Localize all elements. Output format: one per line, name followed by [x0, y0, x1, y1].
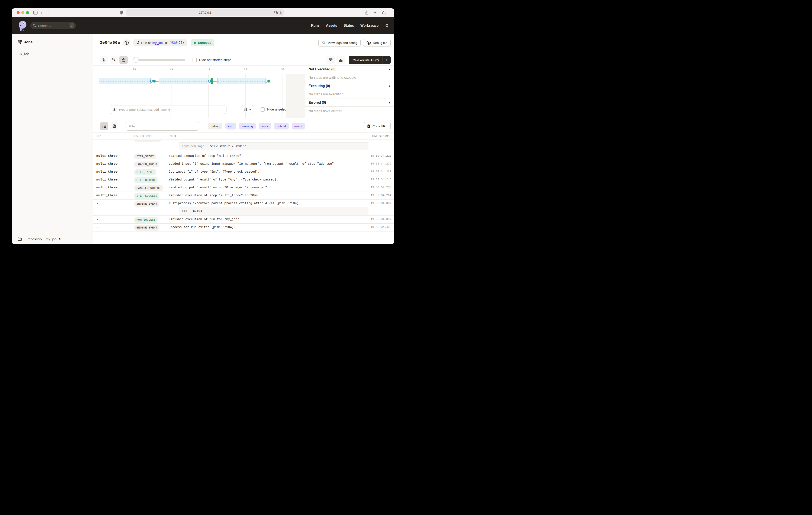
sidebar-toggle-icon[interactable] [33, 8, 37, 17]
info-text: Yielded output "result" of type "Any". (… [169, 178, 369, 181]
status-section-header[interactable]: Errored (0)▾ [305, 99, 394, 107]
stdout-view-button[interactable] [110, 122, 118, 130]
download-circle-icon [367, 40, 371, 45]
timestamp-cell: 19:50:34.213 [369, 152, 394, 160]
axis-tick-label: 5s [281, 67, 284, 71]
log-table-body[interactable]: multi_threeLOGS_CAPTUREDStarted capturin… [93, 140, 394, 244]
status-section-title: Errored (0) [309, 101, 326, 105]
url-text: 127.0.0.1 [199, 11, 211, 14]
share-icon[interactable] [365, 8, 369, 17]
op-cell: - [93, 223, 132, 231]
log-table-row[interactable]: multi_threeSTEP_INPUTGot input "i" of ty… [93, 168, 394, 176]
collapse-panel-button[interactable] [326, 56, 335, 64]
step-marker-dot[interactable] [267, 80, 270, 83]
step-marker-bar[interactable] [210, 78, 213, 84]
chevron-down-icon[interactable]: ▾ [389, 68, 390, 71]
log-level-chip-warning[interactable]: warning [239, 123, 256, 130]
nav-item-workspace[interactable]: Workspace [360, 24, 378, 28]
nav-item-status[interactable]: Status [344, 24, 354, 28]
minimize-window-button[interactable] [21, 11, 24, 14]
step-subset-input[interactable]: Type a Step Subset (ex: add_two+*) [110, 105, 227, 114]
gear-icon[interactable]: ⚙ [385, 23, 389, 28]
log-level-chip-info[interactable]: info [225, 123, 236, 130]
event-type-cell: STEP_INPUT [132, 168, 166, 176]
chevron-down-icon[interactable]: ▾ [389, 84, 390, 87]
tab-overview-icon[interactable] [382, 8, 386, 17]
zoom-window-button[interactable] [26, 11, 29, 14]
repository-name: __repository__my_job [24, 237, 57, 241]
log-filter-input[interactable]: Filter... [125, 122, 199, 131]
step-marker-dot[interactable] [153, 80, 156, 83]
run-of-pill: ↺ Run of my_job @ f92d468a [133, 39, 187, 46]
commit-link[interactable]: f92d468a [169, 41, 184, 44]
nav-item-runs[interactable]: Runs [311, 24, 320, 28]
status-section-header[interactable]: Not Executed (0)▾ [305, 65, 394, 73]
forward-icon[interactable]: › [48, 8, 50, 17]
status-section-message: No steps have errored [305, 107, 394, 115]
repository-footer[interactable]: __repository__my_job ↻ [12, 234, 93, 244]
metadata-box[interactable]: captured_logsView stdout / stderr [179, 142, 369, 150]
step-dotted-line [160, 81, 209, 81]
url-bar[interactable]: 127.0.0.1 Ax ↻ [126, 9, 285, 16]
reload-icon[interactable]: ↻ [280, 11, 282, 15]
checkbox-icon[interactable] [193, 58, 197, 62]
info-icon[interactable] [123, 39, 130, 46]
log-level-chip-debug[interactable]: debug [208, 123, 223, 130]
info-text: Started execution of step "multi_three". [169, 154, 369, 158]
view-tags-config-button[interactable]: View tags and config [318, 38, 360, 47]
log-table-row[interactable]: -ENGINE_EVENTMultiprocess executor: pare… [93, 200, 394, 216]
chevron-down-icon[interactable]: ▾ [389, 101, 390, 104]
nav-item-assets[interactable]: Assets [326, 24, 337, 28]
log-table-row[interactable]: multi_threeHANDLED_OUTPUTHandled output … [93, 184, 394, 192]
metadata-value[interactable]: View stdout / stderr [207, 142, 246, 150]
status-section-header[interactable]: Executing (0)▾ [305, 82, 394, 90]
log-level-chip-critical[interactable]: critical [274, 123, 289, 130]
event-list-view-button[interactable] [100, 122, 108, 130]
log-table-row[interactable]: multi_threeLOGS_CAPTUREDStarted capturin… [93, 140, 394, 152]
checkbox-icon[interactable] [261, 107, 265, 112]
log-table-row[interactable]: -RUN_SUCCESSFinished execution of run fo… [93, 216, 394, 223]
log-table-row[interactable]: multi_threeLOADED_INPUTLoaded input "i" … [93, 160, 394, 168]
metadata-box[interactable]: pid67104 [179, 207, 369, 215]
zoom-slider[interactable] [134, 59, 185, 61]
hide-not-started-checkbox[interactable]: Hide not started steps [193, 58, 231, 62]
run-of-text: Run of [141, 41, 150, 45]
status-section-title: Executing (0) [309, 84, 330, 88]
op-cell: multi_three [93, 168, 132, 176]
new-tab-icon[interactable]: + [374, 8, 377, 17]
reexecute-dropdown-button[interactable]: ▾ [382, 56, 390, 64]
zoom-slider-handle[interactable] [133, 57, 139, 63]
back-icon[interactable]: ‹ [41, 8, 42, 17]
graph-query-toggle-button[interactable] [241, 105, 254, 114]
log-level-chip-error[interactable]: error [259, 123, 271, 130]
log-table-row[interactable]: -ENGINE_EVENTProcess for run exited (pid… [93, 223, 394, 232]
global-search-input[interactable]: Search... / [30, 22, 76, 29]
waterfall-view-button[interactable] [110, 56, 118, 64]
flat-view-button[interactable] [100, 56, 108, 64]
gantt-axis: 1s2s3s4s5s [93, 65, 305, 74]
info-cell: Handled output "result" using IO manager… [166, 184, 369, 192]
event-type-badge: ENGINE_EVENT [134, 201, 159, 207]
log-table-row[interactable]: multi_threeSTEP_OUTPUTYielded output "re… [93, 176, 394, 184]
info-text: Got input "i" of type "Int". (Type check… [169, 170, 369, 173]
translate-icon[interactable]: Ax [274, 11, 278, 14]
timestamp-cell: 19:50:34.229 [369, 160, 394, 168]
close-window-button[interactable] [17, 11, 20, 14]
copy-url-button[interactable]: Copy URL [364, 122, 390, 130]
log-level-chip-event[interactable]: event [292, 123, 305, 130]
debug-file-button[interactable]: Debug file [363, 38, 390, 47]
success-dot-icon [194, 42, 196, 44]
dagster-logo-icon[interactable] [17, 20, 29, 31]
log-table-row[interactable]: multi_threeSTEP_STARTStarted execution o… [93, 152, 394, 160]
gantt-chart[interactable]: Type a Step Subset (ex: add_two+*) Hide … [93, 74, 305, 118]
expand-panel-button[interactable] [337, 56, 345, 64]
timing-view-button[interactable] [119, 56, 128, 64]
reexecute-all-button[interactable]: Re-execute All (*) [349, 56, 382, 64]
event-type-badge: LOGS_CAPTURED [134, 140, 161, 142]
refresh-icon[interactable]: ↻ [59, 237, 62, 242]
shield-icon[interactable] [120, 8, 123, 17]
sidebar-job-item[interactable]: my_job [18, 52, 29, 55]
job-link[interactable]: my_job [152, 41, 163, 45]
log-table-row[interactable]: multi_threeSTEP_SUCCESSFinished executio… [93, 192, 394, 200]
metadata-key: captured_logs [179, 142, 207, 150]
